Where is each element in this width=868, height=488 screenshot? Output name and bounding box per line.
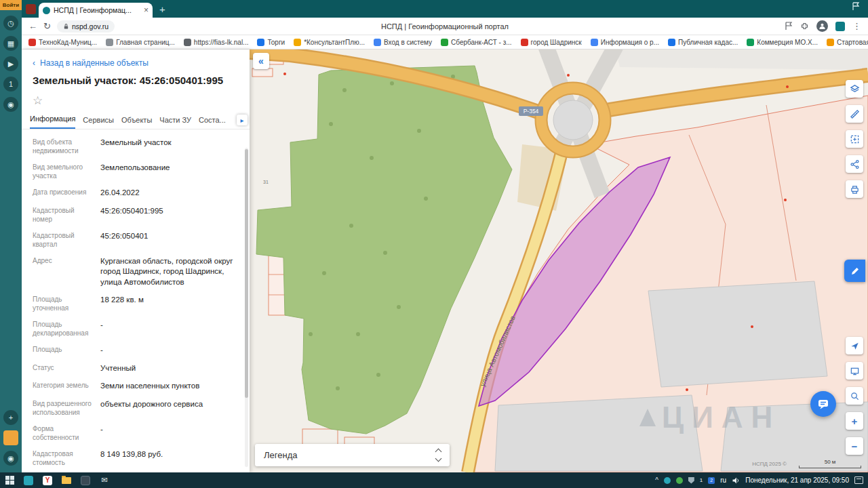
favorite-star-icon[interactable]: ☆	[22, 87, 250, 110]
layers-icon	[850, 84, 860, 94]
zoom-out-button[interactable]: −	[846, 437, 863, 455]
panel-collapse-button[interactable]: «	[253, 53, 269, 69]
remote-login-button[interactable]: Войти	[0, 0, 22, 10]
webcam-icon[interactable]: ◉	[3, 451, 18, 466]
tray-shield-icon[interactable]	[688, 477, 694, 484]
reload-icon[interactable]: ↻	[43, 22, 51, 30]
chat-button[interactable]	[810, 391, 836, 417]
folder-icon	[62, 477, 71, 484]
url-field[interactable]: nspd.gov.ru	[57, 20, 115, 33]
history-icon[interactable]: ◷	[3, 16, 18, 30]
screenshot-icon[interactable]	[3, 430, 18, 445]
tray-app-icon[interactable]	[664, 477, 671, 484]
overview-map-button[interactable]	[846, 362, 863, 380]
bookmark-item[interactable]: Информация о р...	[591, 39, 659, 46]
taskbar-app-nspd[interactable]	[19, 472, 38, 488]
remote-toolbar: Войти ◷ ▦ ▶ 1 ◉ + ◉	[0, 0, 22, 472]
tab-composition[interactable]: Соста...	[199, 116, 226, 129]
bookmark-item[interactable]: ТехноКад-Муниц...	[28, 39, 97, 46]
tab-parts[interactable]: Части ЗУ	[159, 116, 191, 129]
extensions-icon[interactable]	[800, 22, 809, 30]
layers-button[interactable]	[846, 80, 863, 98]
action-center-icon[interactable]	[854, 476, 863, 484]
bookmark-item[interactable]: Главная страниц...	[106, 39, 175, 46]
tab-information[interactable]: Информация	[30, 115, 75, 129]
bookmark-item[interactable]: https://fias-lk.nal...	[184, 39, 249, 46]
magnifier-area-icon	[850, 391, 860, 401]
bookmark-item[interactable]: Сбербанк-АСТ - з...	[441, 39, 512, 46]
add-icon[interactable]: +	[3, 410, 18, 425]
new-tab-button[interactable]: +	[159, 3, 165, 15]
measure-distance-button[interactable]	[846, 105, 863, 123]
start-button[interactable]	[0, 472, 19, 488]
session-badge[interactable]: 1	[3, 77, 18, 92]
bookmark-label: Торги	[267, 39, 285, 46]
zoom-in-button[interactable]: +	[846, 412, 863, 430]
language-indicator[interactable]: ru	[720, 476, 726, 484]
legend-expand-icon	[436, 449, 441, 461]
field-label: Категория земель	[33, 381, 100, 392]
bookmark-item[interactable]: Стартовая стран...	[827, 39, 868, 46]
nspd-extension-icon[interactable]	[835, 22, 845, 31]
camera-icon[interactable]: ◉	[3, 97, 18, 112]
kebab-menu-icon[interactable]: ⋮	[852, 21, 861, 31]
field-label: Вид объекта недвижимости	[33, 138, 100, 155]
tab-objects[interactable]: Объекты	[121, 116, 152, 129]
panel-scrollbar-thumb[interactable]	[245, 149, 248, 398]
tabbar-flag-icon[interactable]	[852, 1, 860, 14]
bookmark-favicon	[441, 39, 448, 46]
legend-toggle[interactable]: Легенда	[255, 444, 450, 466]
back-icon[interactable]: ←	[28, 22, 37, 30]
bookmark-item[interactable]: *КонсультантПлю...	[294, 39, 365, 46]
zoom-to-area-button[interactable]	[846, 387, 863, 405]
tab-services[interactable]: Сервисы	[83, 116, 114, 129]
bookmark-item[interactable]: Коммерция МО.Х...	[747, 39, 818, 46]
bookmark-item[interactable]: город Шадринск	[521, 39, 582, 46]
taskbar-app-window[interactable]	[76, 472, 95, 488]
tab-favicon	[43, 7, 50, 14]
field-row: Вид объекта недвижимостиЗемельный участо…	[33, 138, 237, 155]
panel-scrollbar[interactable]	[245, 148, 248, 467]
locate-button[interactable]	[846, 337, 863, 354]
taskbar-app-yandex[interactable]: Y	[38, 472, 57, 488]
feedback-draw-button[interactable]	[844, 260, 865, 282]
tray-keyboard-icon[interactable]: 2	[708, 477, 715, 484]
ruler-icon	[850, 109, 860, 119]
tabs-scroll-right-icon[interactable]: ▸	[237, 115, 248, 125]
map-container[interactable]: Р-354 улица Автомобилистов 31 ЦИАН « Вой…	[250, 49, 868, 472]
bookmark-label: *КонсультантПлю...	[304, 39, 365, 46]
tab-close-icon[interactable]: ×	[144, 5, 149, 15]
attribute-list: Вид объекта недвижимостиЗемельный участо…	[22, 129, 250, 474]
panel-tabs: Информация Сервисы Объекты Части ЗУ Сост…	[22, 110, 250, 129]
chat-bubble-icon	[816, 397, 830, 411]
share-button[interactable]	[846, 155, 863, 173]
profile-avatar[interactable]	[816, 20, 828, 32]
print-icon	[850, 184, 860, 195]
play-icon[interactable]: ▶	[3, 56, 18, 71]
back-link[interactable]: ‹ Назад в найденные объекты	[22, 49, 250, 69]
field-value: 45:26:050401:995	[100, 206, 163, 224]
field-value: Земли населенных пунктов	[100, 381, 199, 392]
tray-badge: 1	[700, 477, 703, 483]
hidden-icons-caret[interactable]: ^	[655, 476, 658, 484]
speaker-icon[interactable]	[732, 476, 740, 485]
taskbar-app-explorer[interactable]	[57, 472, 76, 488]
map-canvas[interactable]: Р-354 улица Автомобилистов 31 ЦИАН	[250, 49, 868, 472]
field-row: АдресКурганская область, городской округ…	[33, 256, 237, 288]
bookmark-item[interactable]: Публичная кадас...	[668, 39, 738, 46]
browser-logo-icon[interactable]	[26, 4, 36, 14]
taskbar-clock[interactable]: Понедельник, 21 апр 2025, 09:50	[745, 476, 849, 484]
screens-icon[interactable]: ▦	[3, 36, 18, 51]
browser-tab[interactable]: НСПД | Геоинформац... ×	[39, 3, 153, 18]
field-value: 26.04.2022	[100, 188, 140, 199]
field-label: Площадь декларированная	[33, 320, 100, 338]
taskbar-app-mail[interactable]: ✉	[95, 472, 114, 488]
lock-icon	[63, 23, 69, 30]
print-button[interactable]	[846, 180, 863, 198]
bookmark-item[interactable]: Торги	[257, 39, 285, 46]
tray-app-icon[interactable]	[676, 477, 683, 484]
page-title: НСПД | Геоинформационный портал	[381, 22, 509, 30]
bookmark-flag-icon[interactable]	[785, 22, 793, 30]
bookmark-item[interactable]: Вход в систему	[374, 39, 432, 46]
measure-area-button[interactable]	[846, 130, 863, 148]
